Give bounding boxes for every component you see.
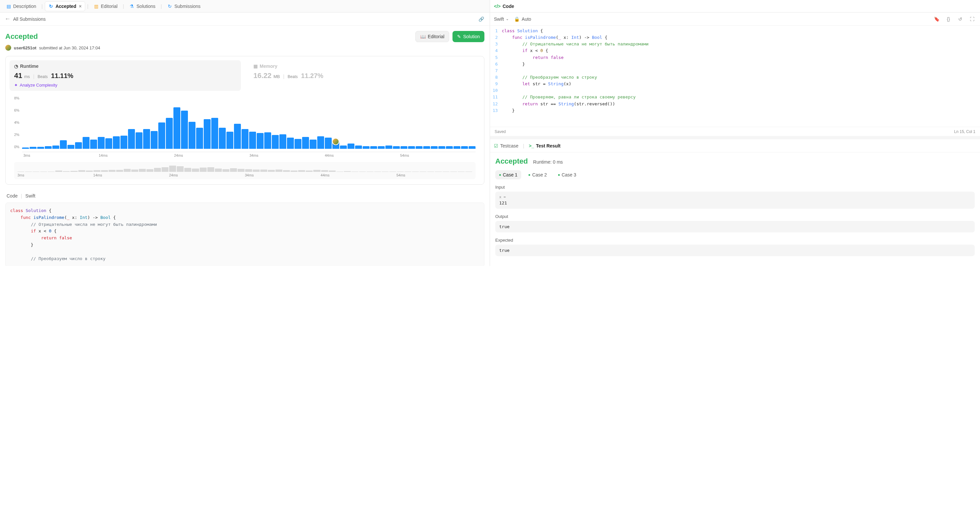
case-tab-3[interactable]: Case 3 [554,170,580,179]
chart-bar[interactable] [226,132,233,149]
chart-bar[interactable] [52,145,59,149]
case-tab-2[interactable]: Case 2 [525,170,550,179]
chart-bar[interactable] [181,111,188,149]
chart-bar[interactable] [211,118,218,149]
tab-accepted[interactable]: ↻ Accepted × [45,1,85,11]
link-icon[interactable]: 🔗 [477,15,485,23]
chart-bar[interactable] [90,140,97,149]
chart-bar[interactable] [461,146,468,149]
chart-bar[interactable] [158,123,165,149]
analyze-complexity-link[interactable]: ✦ Analyze Complexity [14,83,236,88]
chart-bar[interactable] [370,146,377,149]
chart-bar[interactable] [30,147,37,149]
chart-bar[interactable] [37,147,44,149]
chart-bar[interactable] [75,142,82,149]
chart-bar[interactable] [45,146,52,149]
chart-bar[interactable] [446,146,453,149]
clock-icon: ◔ [14,64,18,69]
chart-bar[interactable] [121,135,127,149]
username[interactable]: user6251ot [14,45,37,50]
chart-bar[interactable] [234,124,241,149]
avatar[interactable] [5,45,11,51]
chart-bar[interactable] [98,137,105,149]
chart-bar[interactable] [173,107,180,149]
user-marker [332,138,339,145]
chart-bar[interactable] [310,140,317,149]
chart-bar[interactable] [438,146,445,149]
chart-bar[interactable] [113,136,120,149]
back-icon[interactable]: ← [5,16,11,22]
chart-bar[interactable] [166,118,173,149]
close-icon[interactable]: × [79,4,82,9]
sparkle-icon: ✦ [14,83,18,88]
tab-solutions[interactable]: ⚗ Solutions [126,2,159,11]
chart-bar[interactable] [128,129,135,149]
language-select[interactable]: Swift ⌄ [494,16,509,22]
chart-bar[interactable] [355,145,362,149]
chart-bar[interactable] [264,132,271,149]
chart-bar[interactable] [325,138,332,149]
chart-bar[interactable] [143,129,150,149]
chart-bar[interactable] [279,134,286,149]
chart-bar[interactable] [257,133,264,149]
chart-bar[interactable] [272,135,279,149]
chart-bar[interactable] [378,146,385,149]
chart-bar[interactable] [105,138,112,149]
chart-bar[interactable] [60,140,67,149]
chart-bar[interactable] [416,146,423,149]
chart-bar[interactable] [363,146,369,149]
chart-bar[interactable] [204,119,211,149]
chart-bar[interactable] [242,129,248,149]
test-result-tab[interactable]: >_ Test Result [529,143,560,148]
chart-bar[interactable] [294,139,301,149]
lang-label: Swift [25,193,35,199]
chart-bar[interactable] [249,132,256,149]
chart-bar[interactable] [151,131,158,149]
chart-bar[interactable] [302,137,309,149]
chart-bar[interactable] [135,132,143,149]
testcase-tab[interactable]: ☑ Testcase [494,143,518,148]
runtime-stat[interactable]: ◔Runtime 41 ms | Beats 11.11% ✦ Analyze … [10,60,241,91]
editorial-button[interactable]: 📖 Editorial [415,31,450,42]
all-submissions-link[interactable]: All Submissions [13,16,46,22]
clock-icon: ↻ [167,4,172,9]
book-open-icon: 📖 [420,34,426,39]
chart-bar[interactable] [287,138,294,149]
braces-icon[interactable]: {} [945,15,952,23]
status-title: Accepted [5,32,38,41]
chart-bar[interactable] [219,128,226,149]
chart-bar[interactable] [347,143,355,149]
chart-bar[interactable] [196,128,203,149]
chart-bar[interactable] [469,146,476,149]
chart-bar[interactable] [67,145,74,149]
code-label: Code [6,193,18,199]
chart-bar[interactable] [317,136,324,149]
book-icon: ▥ [94,4,99,9]
reset-icon[interactable]: ↺ [956,15,964,23]
memory-stat[interactable]: ▦Memory 16.22 MB | Beats 11.27% [249,60,480,91]
code-icon: </> [494,4,501,9]
fullscreen-icon[interactable]: ⛶ [968,15,976,23]
chart-bar[interactable] [83,137,89,149]
chart-bar[interactable] [385,145,392,149]
chart-bar[interactable] [401,146,407,149]
chart-bar[interactable] [393,146,400,149]
chart-bar[interactable] [408,146,415,149]
solution-button[interactable]: ✎ Solution [452,31,484,42]
chart-bar[interactable] [340,145,347,149]
chart-bar[interactable] [431,146,438,149]
tab-description[interactable]: ▤ Description [3,2,40,11]
chart-bar[interactable] [22,148,29,149]
bookmark-icon[interactable]: 🔖 [932,15,940,23]
chart-bar[interactable] [189,122,196,149]
chart-bar[interactable] [423,146,430,149]
output-label: Output [495,214,975,219]
tab-submissions[interactable]: ↻ Submissions [164,2,204,11]
test-status: Accepted [495,157,528,166]
chart-minimap[interactable]: 3ms14ms24ms34ms44ms54ms [14,162,476,179]
chart-bar[interactable] [453,146,460,149]
autocomplete-toggle[interactable]: 🔒 Auto [514,16,531,22]
code-editor[interactable]: 12345678910111213 class Solution { func … [490,25,980,127]
tab-editorial[interactable]: ▥ Editorial [91,2,121,11]
case-tab-1[interactable]: Case 1 [495,170,521,179]
